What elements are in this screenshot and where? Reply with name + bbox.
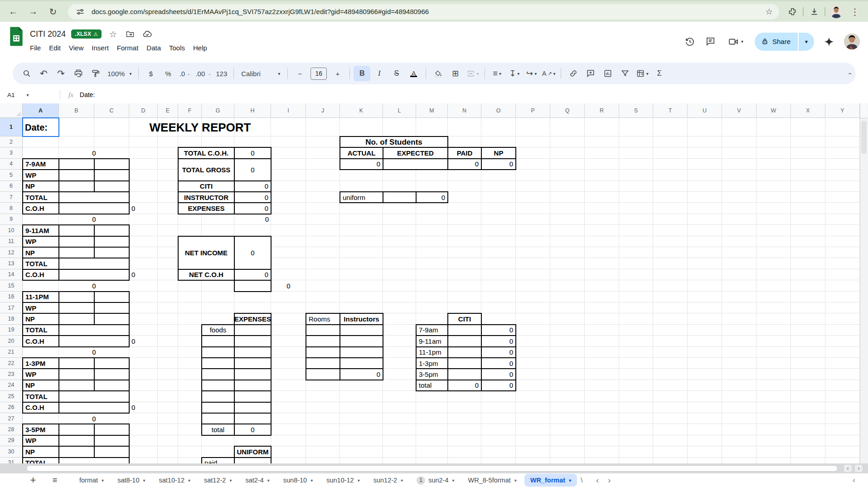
sheet-tab-WR_format[interactable]: WR_format▾: [524, 474, 577, 487]
functions-button[interactable]: Σ: [651, 66, 668, 81]
row-header-9[interactable]: 9: [0, 214, 23, 225]
column-header-H[interactable]: H: [234, 103, 271, 118]
cell-N24[interactable]: 0: [447, 380, 482, 391]
cell-O24[interactable]: 0: [481, 380, 516, 391]
insert-link-button[interactable]: [565, 66, 582, 81]
row-header-17[interactable]: 17: [0, 302, 23, 313]
cell-A11[interactable]: WP: [22, 236, 59, 248]
cell-J20[interactable]: [305, 335, 340, 347]
cell-H21[interactable]: [234, 346, 272, 358]
column-header-C[interactable]: C: [94, 103, 129, 118]
cell-M24[interactable]: total: [416, 380, 448, 391]
browser-avatar[interactable]: [830, 5, 843, 18]
row-header-8[interactable]: 8: [0, 203, 23, 214]
cell-C28[interactable]: [94, 424, 130, 435]
cell-B23[interactable]: [58, 368, 95, 380]
meet-camera-icon[interactable]: ▾: [726, 36, 746, 48]
cell-B30[interactable]: [58, 446, 95, 458]
cell-L7[interactable]: [383, 191, 417, 203]
cell-H25[interactable]: [234, 390, 272, 402]
cell-H30[interactable]: UNIFORM: [234, 446, 272, 458]
italic-button[interactable]: I: [371, 66, 388, 81]
decrease-font-size-button[interactable]: −: [291, 66, 308, 81]
tab-scroll-left-icon[interactable]: ‹: [596, 476, 599, 485]
tab-scroll-right-icon[interactable]: ›: [608, 476, 611, 485]
cell-D20[interactable]: 0: [129, 336, 158, 346]
cell-B3-C3[interactable]: 0: [59, 147, 129, 158]
column-header-A[interactable]: A: [23, 103, 59, 118]
cell-A12[interactable]: NP: [22, 247, 59, 258]
cell-K18[interactable]: Instructors: [339, 313, 383, 325]
cell-A5[interactable]: WP: [22, 169, 59, 181]
cell-M22[interactable]: 1-3pm: [416, 357, 448, 369]
column-header-X[interactable]: X: [791, 103, 825, 118]
cell-A26[interactable]: C.O.H: [22, 402, 59, 414]
print-icon[interactable]: [70, 66, 87, 81]
cell-C18[interactable]: [94, 313, 130, 325]
chevron-down-icon[interactable]: ▾: [741, 39, 743, 44]
fill-color-button[interactable]: [430, 66, 446, 81]
cell-I15[interactable]: 0: [271, 280, 306, 291]
column-header-W[interactable]: W: [756, 103, 791, 118]
column-header-P[interactable]: P: [516, 103, 550, 118]
cell-G26[interactable]: [201, 402, 235, 414]
cell-F4-G5[interactable]: TOTAL GROSS: [178, 158, 235, 181]
cell-C11[interactable]: [94, 236, 130, 248]
row-header-26[interactable]: 26: [0, 402, 23, 413]
column-header-O[interactable]: O: [481, 103, 516, 118]
cell-A13[interactable]: TOTAL: [22, 258, 59, 269]
cell-B21-C21[interactable]: 0: [59, 347, 129, 358]
cell-H8[interactable]: 0: [234, 202, 272, 214]
select-all-corner[interactable]: [0, 103, 23, 118]
vertical-scrollbar-thumb[interactable]: [861, 121, 867, 154]
cell-B14-C14[interactable]: [58, 269, 130, 281]
cell-A24[interactable]: NP: [22, 380, 59, 391]
column-header-T[interactable]: T: [653, 103, 688, 118]
cell-G27[interactable]: [201, 413, 235, 424]
column-header-U[interactable]: U: [688, 103, 722, 118]
cell-C10[interactable]: [94, 224, 130, 236]
horizontal-scrollbar-thumb[interactable]: [26, 465, 838, 472]
cell-A28[interactable]: 3-5PM: [22, 424, 59, 435]
document-title[interactable]: CITI 2024: [30, 29, 66, 39]
cell-B15-C15[interactable]: 0: [59, 280, 129, 291]
row-header-13[interactable]: 13: [0, 258, 23, 269]
cell-C5[interactable]: [94, 169, 130, 181]
format-percent-button[interactable]: %: [160, 66, 176, 81]
chevron-down-icon[interactable]: ▾: [102, 478, 104, 483]
column-header-G[interactable]: G: [202, 103, 234, 118]
cell-O23[interactable]: 0: [481, 368, 516, 380]
chevron-down-icon[interactable]: ▾: [401, 478, 403, 483]
cell-C6[interactable]: [94, 180, 130, 192]
cell-B25-C25[interactable]: [58, 390, 130, 402]
cell-N4[interactable]: 0: [447, 158, 482, 170]
cell-K7[interactable]: uniform: [339, 191, 383, 203]
cell-F8-G8[interactable]: EXPENSES: [178, 202, 235, 214]
star-document-icon[interactable]: ☆: [107, 28, 119, 40]
sheet-tab-WR_8-5format[interactable]: WR_8-5format▾: [462, 474, 523, 487]
cloud-saved-icon[interactable]: [141, 28, 153, 40]
menu-item-data[interactable]: Data: [142, 43, 165, 53]
cell-B31-C31[interactable]: [58, 457, 130, 463]
cell-H31[interactable]: [234, 457, 272, 463]
cell-H14[interactable]: 0: [234, 269, 272, 281]
cell-A29[interactable]: WP: [22, 435, 59, 447]
cell-L4-M4[interactable]: [383, 158, 448, 170]
cell-H7[interactable]: 0: [234, 191, 272, 203]
all-sheets-button[interactable]: ≡: [49, 476, 61, 485]
row-header-12[interactable]: 12: [0, 247, 23, 258]
chevron-down-icon[interactable]: ▾: [143, 478, 145, 483]
share-dropdown-button[interactable]: ▾: [799, 33, 814, 51]
cell-F11-G13[interactable]: NET INCOME: [178, 236, 235, 270]
cell-G23[interactable]: [201, 368, 235, 380]
row-header-16[interactable]: 16: [0, 292, 23, 302]
pivot-table-button[interactable]: ▾: [634, 66, 650, 81]
cell-A4[interactable]: 7-9AM: [22, 158, 59, 170]
chevron-down-icon[interactable]: ▾: [358, 478, 360, 483]
chevron-down-icon[interactable]: ▾: [229, 478, 232, 483]
user-avatar[interactable]: [844, 34, 860, 49]
cell-N22[interactable]: [447, 357, 482, 369]
format-currency-button[interactable]: $: [142, 66, 159, 81]
cell-H19[interactable]: [234, 324, 272, 336]
row-header-6[interactable]: 6: [0, 181, 23, 192]
